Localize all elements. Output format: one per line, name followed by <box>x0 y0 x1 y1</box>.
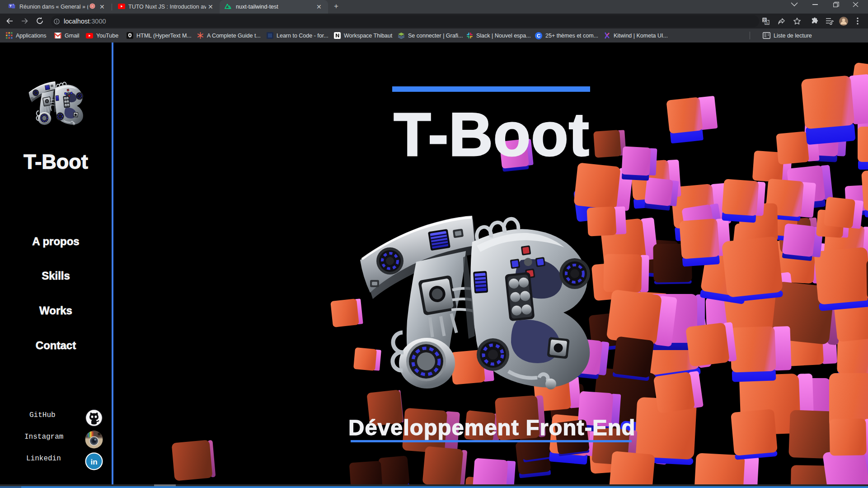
svg-text:in: in <box>90 458 97 466</box>
svg-text:C: C <box>537 33 540 38</box>
svg-text:A: A <box>766 21 768 24</box>
